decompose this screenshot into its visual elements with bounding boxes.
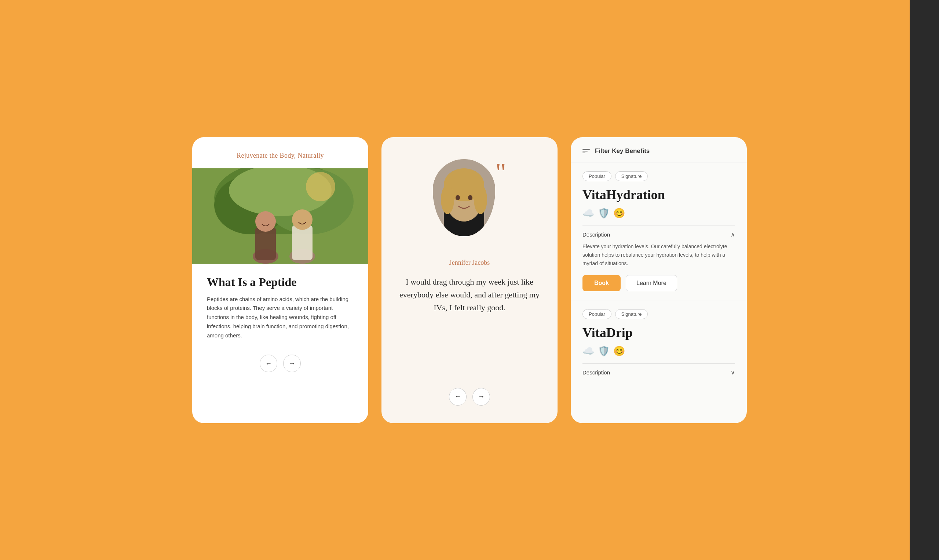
svg-point-16 bbox=[441, 185, 454, 214]
quote-mark: " bbox=[496, 159, 506, 186]
card2-avatar-wrapper: " bbox=[433, 159, 506, 247]
card1-body: Peptides are chains of amino acids, whic… bbox=[207, 295, 354, 340]
product2-icons: ☁️ 🛡️ 😊 bbox=[582, 345, 735, 357]
card1-prev-button[interactable]: ← bbox=[260, 355, 277, 372]
product1-tags: Popular Signature bbox=[582, 171, 735, 181]
card1-content: What Is a Peptide Peptides are chains of… bbox=[192, 264, 368, 340]
card-testimonial: " Jennifer Jacobs I would drag through m… bbox=[382, 137, 557, 423]
accordion-up-arrow-1: ∧ bbox=[731, 231, 735, 238]
card2-quote: I would drag through my week just like e… bbox=[399, 275, 540, 314]
filter-title: Filter Key Benefits bbox=[595, 148, 650, 155]
shield-icon-2: 🛡️ bbox=[598, 345, 610, 357]
product1-accordion-toggle[interactable]: Description ∧ bbox=[582, 231, 735, 238]
product2-accordion: Description ∨ bbox=[582, 363, 735, 376]
card2-nav: ← → bbox=[449, 371, 490, 406]
product2-accordion-toggle[interactable]: Description ∨ bbox=[582, 369, 735, 376]
cloud-icon-1: ☁️ bbox=[582, 208, 594, 219]
product1-actions: Book Learn More bbox=[582, 275, 735, 291]
page-wrapper: Rejuvenate the Body, Naturally bbox=[170, 108, 769, 452]
svg-rect-7 bbox=[255, 227, 276, 260]
product2-desc-label: Description bbox=[582, 369, 610, 375]
tag-signature-2[interactable]: Signature bbox=[615, 309, 648, 319]
cloud-icon-2: ☁️ bbox=[582, 345, 594, 357]
product2-name: VitaDrip bbox=[582, 325, 735, 340]
card1-heading: What Is a Peptide bbox=[207, 275, 354, 289]
shield-icon-1: 🛡️ bbox=[598, 208, 610, 219]
product1-desc-text: Elevate your hydration levels. Our caref… bbox=[582, 242, 735, 268]
card2-next-button[interactable]: → bbox=[473, 388, 490, 406]
smile-icon-1: 😊 bbox=[613, 208, 625, 219]
card1-next-button[interactable]: → bbox=[283, 355, 301, 372]
product1-name: VitaHydration bbox=[582, 187, 735, 202]
card2-prev-button[interactable]: ← bbox=[449, 388, 466, 406]
card-products: Filter Key Benefits Popular Signature Vi… bbox=[571, 137, 747, 423]
svg-point-11 bbox=[292, 209, 312, 230]
card1-image bbox=[192, 168, 368, 264]
svg-point-19 bbox=[468, 195, 473, 200]
tag-signature-1[interactable]: Signature bbox=[615, 171, 648, 181]
card-peptide: Rejuvenate the Body, Naturally bbox=[192, 137, 368, 423]
card3-header: Filter Key Benefits bbox=[571, 137, 747, 163]
product1-accordion: Description ∧ Elevate your hydration lev… bbox=[582, 226, 735, 291]
product1-desc-label: Description bbox=[582, 231, 610, 238]
filter-icon bbox=[582, 149, 590, 153]
card2-avatar bbox=[433, 159, 495, 236]
product1-icons: ☁️ 🛡️ 😊 bbox=[582, 208, 735, 219]
svg-point-8 bbox=[255, 211, 276, 232]
product-vitahydration: Popular Signature VitaHydration ☁️ 🛡️ 😊 … bbox=[571, 163, 747, 300]
tag-popular-1[interactable]: Popular bbox=[582, 171, 611, 181]
product2-tags: Popular Signature bbox=[582, 309, 735, 319]
product1-learn-button[interactable]: Learn More bbox=[626, 275, 677, 291]
smile-icon-2: 😊 bbox=[613, 345, 625, 357]
svg-point-18 bbox=[456, 195, 460, 200]
svg-point-17 bbox=[474, 185, 487, 214]
card1-nav: ← → bbox=[260, 355, 301, 372]
svg-rect-10 bbox=[292, 225, 312, 260]
right-panel bbox=[910, 0, 939, 560]
card1-tagline: Rejuvenate the Body, Naturally bbox=[237, 152, 324, 160]
product1-book-button[interactable]: Book bbox=[582, 275, 620, 291]
tag-popular-2[interactable]: Popular bbox=[582, 309, 611, 319]
svg-point-5 bbox=[306, 172, 335, 202]
card2-name: Jennifer Jacobs bbox=[449, 259, 490, 267]
accordion-down-arrow-2: ∨ bbox=[731, 369, 735, 376]
product-vitadrip: Popular Signature VitaDrip ☁️ 🛡️ 😊 Descr… bbox=[571, 300, 747, 389]
